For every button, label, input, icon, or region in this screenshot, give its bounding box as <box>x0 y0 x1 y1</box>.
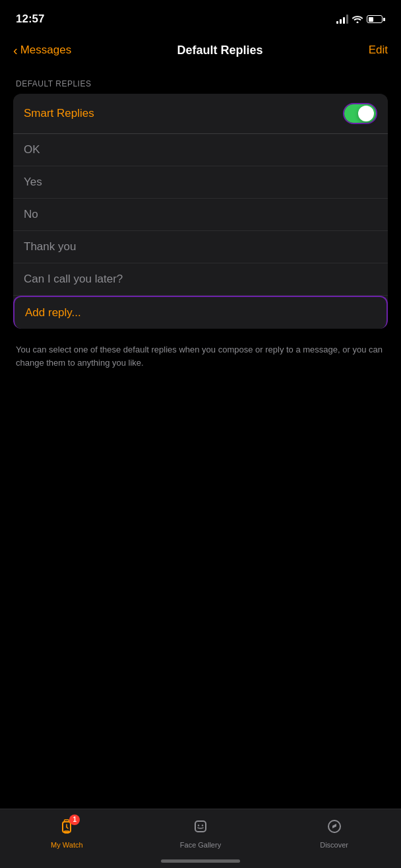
add-reply-row[interactable]: Add reply... <box>13 296 388 329</box>
description-text: You can select one of these default repl… <box>13 337 388 369</box>
reply-row-ok[interactable]: OK <box>13 134 388 166</box>
svg-marker-9 <box>332 824 336 828</box>
tab-my-watch[interactable]: 1 My Watch <box>44 817 90 849</box>
svg-rect-1 <box>65 820 69 822</box>
face-gallery-icon <box>191 817 210 836</box>
chevron-left-icon: ‹ <box>13 44 18 57</box>
status-bar: 12:57 <box>0 0 401 34</box>
home-indicator <box>161 859 240 863</box>
smart-replies-row: Smart Replies <box>13 94 388 134</box>
discover-icon <box>325 817 344 836</box>
toggle-track <box>344 104 376 123</box>
reply-text-thankyou: Thank you <box>24 240 76 253</box>
reply-row-yes[interactable]: Yes <box>13 166 388 199</box>
svg-line-4 <box>67 827 68 828</box>
status-time: 12:57 <box>16 13 44 26</box>
page-title: Default Replies <box>177 44 262 57</box>
smart-replies-toggle[interactable] <box>343 103 377 124</box>
smart-replies-label: Smart Replies <box>24 107 94 120</box>
back-label: Messages <box>20 44 71 57</box>
svg-point-7 <box>202 824 203 826</box>
back-button[interactable]: ‹ Messages <box>13 44 71 57</box>
face-gallery-icon-wrap <box>191 817 210 838</box>
section-label: DEFAULT REPLIES <box>13 79 388 88</box>
tab-discover[interactable]: Discover <box>311 817 357 849</box>
reply-text-yes: Yes <box>24 176 42 189</box>
main-content: DEFAULT REPLIES Smart Replies OK Yes No … <box>0 69 401 369</box>
status-icons <box>336 15 385 24</box>
svg-point-6 <box>198 824 199 826</box>
reply-row-no[interactable]: No <box>13 199 388 231</box>
tab-label-face-gallery: Face Gallery <box>180 841 221 849</box>
edit-button[interactable]: Edit <box>369 44 388 57</box>
signal-icon <box>336 15 348 24</box>
nav-bar: ‹ Messages Default Replies Edit <box>0 34 401 69</box>
toggle-thumb <box>358 106 374 121</box>
watch-badge: 1 <box>69 815 80 825</box>
discover-icon-wrap <box>325 817 344 838</box>
reply-text-ok: OK <box>24 143 40 156</box>
reply-row-thankyou[interactable]: Thank you <box>13 231 388 263</box>
battery-icon <box>367 15 385 23</box>
tab-face-gallery[interactable]: Face Gallery <box>177 817 224 849</box>
reply-row-calllater[interactable]: Can I call you later? <box>13 263 388 296</box>
tab-label-watch: My Watch <box>51 841 83 849</box>
tab-label-discover: Discover <box>320 841 348 849</box>
reply-text-no: No <box>24 208 38 221</box>
svg-rect-5 <box>195 821 206 832</box>
watch-icon-wrap: 1 <box>57 817 76 838</box>
wifi-icon <box>352 15 363 23</box>
add-reply-label: Add reply... <box>25 306 81 319</box>
settings-card: Smart Replies OK Yes No Thank you Can I … <box>13 94 388 329</box>
reply-text-calllater: Can I call you later? <box>24 273 123 286</box>
